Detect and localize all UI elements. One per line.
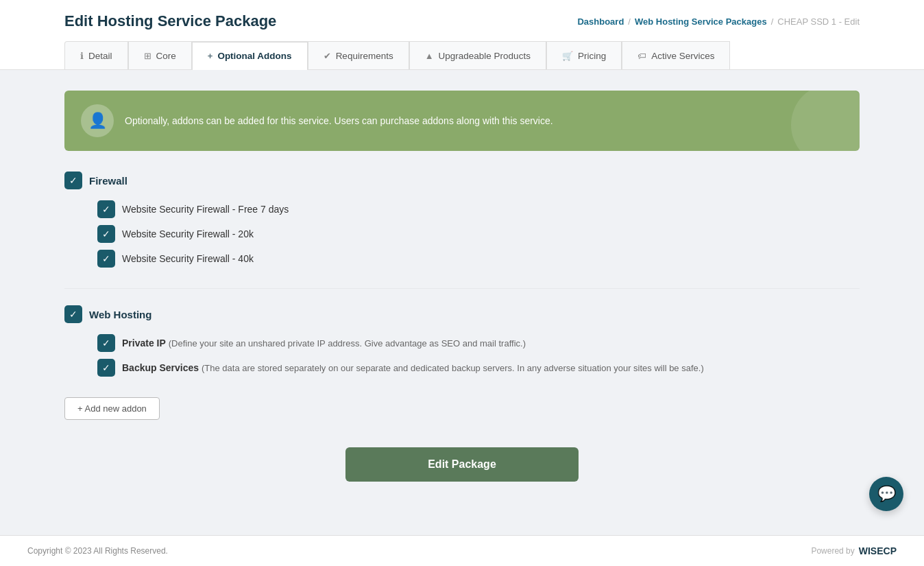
- breadcrumb-dashboard[interactable]: Dashboard: [577, 16, 624, 27]
- web-hosting-section: ✓ Web Hosting ✓ Private IP (Define your …: [64, 305, 860, 377]
- private-ip-label: Private IP (Define your site an unshared…: [122, 338, 526, 349]
- tab-optional-addons[interactable]: + Optional Addons: [192, 41, 308, 69]
- list-item: ✓ Website Security Firewall - 40k: [97, 250, 860, 268]
- pricing-icon: 🛒: [562, 51, 573, 61]
- backup-services-checkbox[interactable]: ✓: [97, 359, 115, 377]
- info-banner: 👤 Optionally, addons can be added for th…: [64, 91, 860, 151]
- footer-brand: Powered by WISECP: [811, 545, 897, 556]
- tab-pricing-label: Pricing: [578, 51, 606, 61]
- breadcrumb-current: CHEAP SSD 1 - Edit: [777, 16, 860, 27]
- tab-requirements-label: Requirements: [336, 51, 393, 61]
- active-services-icon: 🏷: [637, 51, 646, 61]
- firewall-title: Firewall: [89, 175, 127, 187]
- optional-addons-icon: +: [208, 51, 213, 61]
- web-hosting-section-header: ✓ Web Hosting: [64, 305, 860, 323]
- tab-core[interactable]: ⊞ Core: [128, 41, 192, 69]
- breadcrumb-sep2: /: [771, 16, 774, 27]
- firewall-item-2-label: Website Security Firewall - 40k: [122, 253, 254, 264]
- banner-bg-circle: [791, 91, 860, 151]
- list-item: ✓ Private IP (Define your site an unshar…: [97, 334, 860, 352]
- footer-powered-by: Powered by: [811, 546, 854, 556]
- chat-icon: 💬: [877, 485, 896, 503]
- web-hosting-sub-items: ✓ Private IP (Define your site an unshar…: [97, 334, 860, 377]
- firewall-section-header: ✓ Firewall: [64, 172, 860, 189]
- tab-detail-label: Detail: [88, 51, 112, 61]
- backup-services-label: Backup Services (The data are stored sep…: [122, 362, 704, 373]
- tab-pricing[interactable]: 🛒 Pricing: [546, 41, 622, 69]
- banner-icon: 👤: [81, 104, 114, 137]
- page-title: Edit Hosting Service Package: [64, 12, 276, 30]
- web-hosting-checkbox[interactable]: ✓: [64, 305, 82, 323]
- tab-detail[interactable]: ℹ Detail: [64, 41, 128, 69]
- private-ip-desc: (Define your site an unshared private IP…: [169, 338, 526, 349]
- private-ip-strong: Private IP: [122, 338, 166, 349]
- banner-text: Optionally, addons can be added for this…: [125, 115, 553, 126]
- tab-core-label: Core: [156, 51, 176, 61]
- tab-active-services[interactable]: 🏷 Active Services: [622, 41, 730, 69]
- web-hosting-title: Web Hosting: [89, 309, 151, 320]
- main-content: 👤 Optionally, addons can be added for th…: [0, 70, 924, 535]
- header-top: Edit Hosting Service Package Dashboard /…: [64, 12, 860, 41]
- detail-icon: ℹ: [80, 51, 84, 61]
- content-inner: 👤 Optionally, addons can be added for th…: [64, 91, 860, 482]
- firewall-section: ✓ Firewall ✓ Website Security Firewall -…: [64, 172, 860, 268]
- tab-active-services-label: Active Services: [651, 51, 714, 61]
- tab-upgradeable-products-label: Upgradeable Products: [439, 51, 531, 61]
- tab-optional-addons-label: Optional Addons: [217, 51, 291, 61]
- page-wrapper: Edit Hosting Service Package Dashboard /…: [0, 0, 924, 566]
- footer-brand-name: WISECP: [859, 545, 897, 556]
- add-addon-container: + Add new addon: [64, 397, 860, 420]
- backup-services-desc: (The data are stored separately on our s…: [202, 363, 704, 373]
- core-icon: ⊞: [144, 51, 151, 61]
- firewall-item-0-checkbox[interactable]: ✓: [97, 200, 115, 218]
- backup-services-strong: Backup Services: [122, 362, 199, 373]
- list-item: ✓ Website Security Firewall - 20k: [97, 225, 860, 243]
- private-ip-checkbox[interactable]: ✓: [97, 334, 115, 352]
- footer: Copyright © 2023 All Rights Reserved. Po…: [0, 535, 924, 566]
- add-addon-button[interactable]: + Add new addon: [64, 397, 160, 420]
- edit-package-button[interactable]: Edit Package: [345, 447, 579, 482]
- breadcrumb-packages[interactable]: Web Hosting Service Packages: [635, 16, 767, 27]
- breadcrumb: Dashboard / Web Hosting Service Packages…: [577, 16, 860, 27]
- chat-bubble-button[interactable]: 💬: [869, 477, 903, 511]
- firewall-checkbox[interactable]: ✓: [64, 172, 82, 189]
- list-item: ✓ Backup Services (The data are stored s…: [97, 359, 860, 377]
- firewall-item-1-checkbox[interactable]: ✓: [97, 225, 115, 243]
- list-item: ✓ Website Security Firewall - Free 7 day…: [97, 200, 860, 218]
- firewall-item-1-label: Website Security Firewall - 20k: [122, 228, 254, 239]
- tabs-container: ℹ Detail ⊞ Core + Optional Addons ✔ Requ…: [64, 41, 860, 69]
- breadcrumb-sep1: /: [628, 16, 631, 27]
- tab-upgradeable-products[interactable]: ▲ Upgradeable Products: [409, 41, 546, 69]
- section-divider: [64, 288, 860, 289]
- firewall-sub-items: ✓ Website Security Firewall - Free 7 day…: [97, 200, 860, 268]
- tab-requirements[interactable]: ✔ Requirements: [308, 41, 409, 69]
- requirements-icon: ✔: [324, 51, 331, 61]
- footer-copyright: Copyright © 2023 All Rights Reserved.: [27, 546, 168, 556]
- firewall-item-2-checkbox[interactable]: ✓: [97, 250, 115, 268]
- upgradeable-products-icon: ▲: [425, 51, 434, 61]
- firewall-item-0-label: Website Security Firewall - Free 7 days: [122, 204, 289, 215]
- header-area: Edit Hosting Service Package Dashboard /…: [0, 0, 924, 70]
